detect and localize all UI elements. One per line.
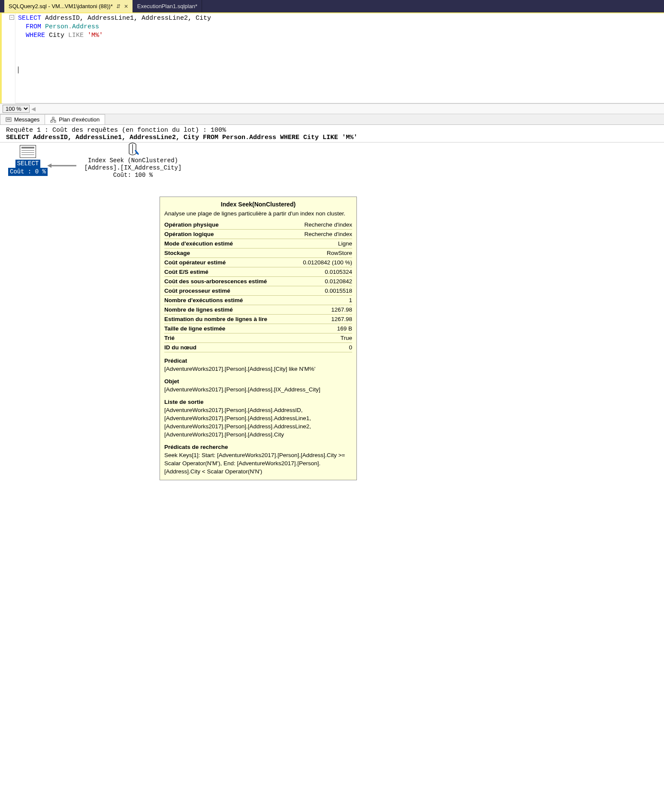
property-value: True [341, 334, 352, 342]
plan-canvas[interactable]: SELECT Coût : 0 % Index Seek (NonCluster… [0, 142, 664, 194]
text-caret [18, 67, 18, 73]
property-row: Coût E/S estimé0.0105324 [164, 267, 352, 277]
property-key: Coût E/S estimé [164, 268, 208, 276]
node-line2: [Address].[IX_Address_City] [77, 164, 189, 172]
property-key: Trié [164, 334, 175, 342]
select-icon [20, 145, 36, 158]
property-row: TriéTrue [164, 333, 352, 343]
property-row: Opération physiqueRecherche d'index [164, 220, 352, 230]
tooltip-section: Prédicat[AdventureWorks2017].[Person].[A… [164, 357, 352, 373]
tab-label: SQLQuery2.sql - VM...VM1\jdantoni (88))* [9, 3, 113, 9]
section-value: [AdventureWorks2017].[Person].[Address].… [164, 365, 352, 373]
tooltip-sections: Prédicat[AdventureWorks2017].[Person].[A… [164, 357, 352, 476]
tab-execution-plan[interactable]: Plan d'exécution [45, 114, 105, 124]
property-value: 1267.98 [331, 315, 352, 323]
property-row: Coût opérateur estimé0.0120842 (100 %) [164, 258, 352, 267]
property-row: Nombre d'exécutions estimé1 [164, 296, 352, 305]
tab-label: Messages [14, 116, 39, 123]
property-row: Mode d'exécution estiméLigne [164, 239, 352, 248]
section-heading: Liste de sortie [164, 398, 352, 406]
kw-from: FROM [26, 23, 41, 30]
tab-label: Plan d'exécution [59, 116, 100, 123]
node-line1: Index Seek (NonClustered) [77, 157, 189, 164]
sql-editor: − SELECT AddressID, AddressLine1, Addres… [0, 12, 664, 103]
svg-rect-3 [52, 117, 54, 119]
property-row: StockageRowStore [164, 248, 352, 258]
property-row: Taille de ligne estimée169 B [164, 324, 352, 333]
property-key: ID du nœud [164, 343, 196, 351]
property-row: ID du nœud0 [164, 343, 352, 352]
property-value: 1 [349, 296, 352, 304]
property-value: Recherche d'index [305, 230, 352, 238]
node-cost: Coût : 0 % [8, 168, 48, 176]
property-value: 0 [349, 343, 352, 351]
results-tabbar: Messages Plan d'exécution [0, 114, 664, 125]
node-line3: Coût: 100 % [77, 172, 189, 179]
kw-where: WHERE [26, 32, 45, 39]
tooltip-title: Index Seek(NonClustered) [164, 200, 352, 209]
section-value: [AdventureWorks2017].[Person].[Address].… [164, 406, 352, 439]
property-value: 0.0120842 (100 %) [303, 258, 352, 267]
tab-messages[interactable]: Messages [0, 114, 45, 124]
property-value: 0.0105324 [325, 268, 352, 276]
collapse-toggle[interactable]: − [9, 15, 14, 20]
plan-node-select[interactable]: SELECT Coût : 0 % [4, 145, 51, 176]
plan-arrow [47, 163, 77, 168]
property-value: 0.0120842 [325, 277, 352, 285]
property-value: Ligne [338, 239, 352, 248]
tooltip-section: Objet[AdventureWorks2017].[Person].[Addr… [164, 377, 352, 394]
pin-icon[interactable]: ⇵ [116, 3, 121, 9]
property-key: Opération logique [164, 230, 214, 238]
property-value: 169 B [337, 324, 352, 333]
kw-like: LIKE [68, 32, 84, 39]
svg-rect-4 [51, 121, 52, 122]
scroll-left-icon[interactable]: ◀ [31, 106, 36, 112]
property-key: Mode d'exécution estimé [164, 239, 233, 248]
property-value: Recherche d'index [305, 221, 352, 229]
close-icon[interactable]: ✕ [124, 3, 128, 9]
tooltip-section: Liste de sortie[AdventureWorks2017].[Per… [164, 398, 352, 439]
property-row: Coût des sous-arborescences estimé0.0120… [164, 277, 352, 286]
operator-tooltip: Index Seek(NonClustered) Analyse une pla… [160, 197, 357, 480]
property-key: Opération physique [164, 221, 219, 229]
svg-rect-5 [54, 121, 56, 122]
messages-icon [6, 117, 12, 123]
property-key: Nombre d'exécutions estimé [164, 296, 243, 304]
property-value: RowStore [327, 249, 352, 257]
property-key: Coût des sous-arborescences estimé [164, 277, 267, 285]
property-key: Stockage [164, 249, 190, 257]
tooltip-description: Analyse une plage de lignes particulière… [164, 209, 352, 218]
property-key: Nombre de lignes estimé [164, 306, 233, 314]
property-key: Coût processeur estimé [164, 287, 230, 295]
node-title: SELECT [15, 160, 40, 168]
section-heading: Objet [164, 377, 352, 385]
property-value: 0.0015518 [325, 287, 352, 295]
property-row: Opération logiqueRecherche d'index [164, 230, 352, 239]
tab-sqlquery[interactable]: SQLQuery2.sql - VM...VM1\jdantoni (88))*… [4, 0, 133, 12]
code-area[interactable]: SELECT AddressID, AddressLine1, AddressL… [15, 13, 664, 103]
tooltip-section: Prédicats de rechercheSeek Keys[1]: Star… [164, 443, 352, 476]
zoom-bar: 100 % ◀ [0, 103, 664, 114]
property-row: Coût processeur estimé0.0015518 [164, 286, 352, 296]
tab-executionplan[interactable]: ExecutionPlan1.sqlplan* [133, 0, 202, 12]
zoom-select[interactable]: 100 % [3, 105, 30, 113]
section-value: [AdventureWorks2017].[Person].[Address].… [164, 385, 352, 394]
property-row: Nombre de lignes estimé1267.98 [164, 305, 352, 315]
section-heading: Prédicat [164, 357, 352, 365]
plan-icon [50, 117, 56, 123]
section-value: Seek Keys[1]: Start: [AdventureWorks2017… [164, 451, 352, 476]
kw-select: SELECT [18, 15, 41, 22]
plan-header: Requête 1 : Coût des requêtes (en foncti… [0, 125, 664, 142]
tab-label: ExecutionPlan1.sqlplan* [137, 3, 197, 9]
editor-gutter: − [0, 13, 15, 103]
property-key: Coût opérateur estimé [164, 258, 226, 267]
document-tabbar: SQLQuery2.sql - VM...VM1\jdantoni (88))*… [0, 0, 664, 12]
property-key: Estimation du nombre de lignes à lire [164, 315, 267, 323]
plan-node-index-seek[interactable]: Index Seek (NonClustered) [Address].[IX_… [77, 142, 189, 179]
section-heading: Prédicats de recherche [164, 443, 352, 451]
property-row: Estimation du nombre de lignes à lire126… [164, 315, 352, 324]
property-key: Taille de ligne estimée [164, 324, 225, 333]
tooltip-properties: Opération physiqueRecherche d'indexOpéra… [164, 220, 352, 352]
property-value: 1267.98 [331, 306, 352, 314]
index-seek-icon [127, 142, 139, 155]
